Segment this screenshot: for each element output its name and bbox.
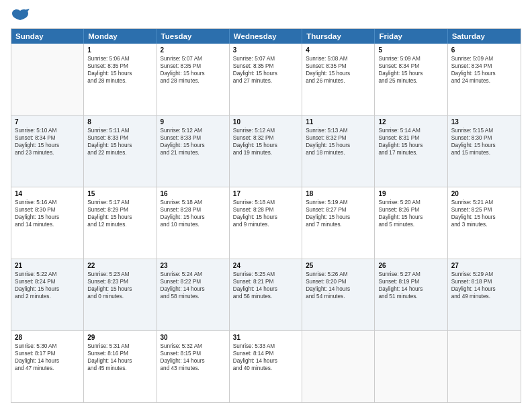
day-info-line: and 26 minutes. [306, 77, 371, 85]
day-info-line: Sunrise: 5:19 AM [306, 199, 371, 206]
calendar-day-12: 12Sunrise: 5:14 AMSunset: 8:31 PMDayligh… [375, 116, 447, 187]
day-info-line: Sunset: 8:20 PM [306, 278, 371, 285]
day-info-line: and 19 minutes. [233, 149, 298, 156]
day-number: 15 [87, 190, 152, 197]
day-info-line: and 17 minutes. [378, 149, 443, 156]
header-day-monday: Monday [84, 29, 157, 44]
day-info-line: Sunset: 8:21 PM [233, 278, 298, 285]
day-info-line: and 28 minutes. [161, 77, 226, 85]
day-info-line: Daylight: 15 hours [306, 142, 371, 149]
day-number: 21 [15, 262, 80, 269]
day-number: 30 [161, 334, 226, 341]
calendar-day-9: 9Sunrise: 5:12 AMSunset: 8:33 PMDaylight… [157, 116, 230, 187]
day-info-line: Sunset: 8:15 PM [161, 350, 226, 357]
day-number: 27 [451, 262, 517, 269]
day-info-line: Sunrise: 5:18 AM [161, 199, 226, 206]
calendar-day-21: 21Sunrise: 5:22 AMSunset: 8:24 PMDayligh… [11, 259, 84, 330]
day-info-line: Sunset: 8:18 PM [451, 278, 517, 285]
calendar-day-2: 2Sunrise: 5:07 AMSunset: 8:35 PMDaylight… [157, 44, 230, 115]
calendar-day-17: 17Sunrise: 5:18 AMSunset: 8:28 PMDayligh… [230, 187, 302, 259]
day-info-line: Sunrise: 5:30 AM [15, 342, 80, 350]
calendar-day-15: 15Sunrise: 5:17 AMSunset: 8:29 PMDayligh… [84, 187, 157, 259]
calendar-day-8: 8Sunrise: 5:11 AMSunset: 8:33 PMDaylight… [84, 116, 157, 187]
day-info-line: Sunrise: 5:17 AM [87, 199, 152, 206]
day-info-line: Sunset: 8:17 PM [15, 350, 80, 357]
day-info-line: Daylight: 15 hours [161, 142, 226, 149]
day-info-line: Daylight: 15 hours [378, 70, 443, 77]
day-number: 26 [378, 262, 443, 269]
header-day-wednesday: Wednesday [230, 29, 302, 44]
day-info-line: Daylight: 15 hours [87, 214, 152, 221]
calendar-day-1: 1Sunrise: 5:06 AMSunset: 8:35 PMDaylight… [84, 44, 157, 115]
day-info-line: Sunset: 8:33 PM [161, 134, 226, 142]
calendar-day-26: 26Sunrise: 5:27 AMSunset: 8:19 PMDayligh… [375, 259, 447, 330]
day-info-line: Sunset: 8:28 PM [161, 206, 226, 214]
day-info-line: and 58 minutes. [161, 293, 226, 300]
day-info-line: Sunrise: 5:15 AM [451, 127, 517, 134]
day-info-line: and 14 minutes. [15, 221, 80, 228]
calendar-day-28: 28Sunrise: 5:30 AMSunset: 8:17 PMDayligh… [11, 331, 84, 402]
calendar-day-empty [448, 331, 521, 402]
calendar-day-10: 10Sunrise: 5:12 AMSunset: 8:32 PMDayligh… [230, 116, 302, 187]
day-info-line: and 5 minutes. [378, 221, 443, 228]
day-info-line: and 40 minutes. [233, 365, 298, 372]
day-info-line: and 51 minutes. [378, 293, 443, 300]
day-number: 7 [15, 118, 80, 126]
calendar-day-27: 27Sunrise: 5:29 AMSunset: 8:18 PMDayligh… [448, 259, 521, 330]
day-info-line: Sunset: 8:30 PM [451, 134, 517, 142]
calendar-day-empty [11, 44, 84, 115]
day-info-line: Daylight: 15 hours [15, 214, 80, 221]
day-info-line: Sunrise: 5:23 AM [87, 271, 152, 278]
day-info-line: Daylight: 15 hours [15, 142, 80, 149]
day-info-line: and 43 minutes. [161, 365, 226, 372]
day-number: 20 [451, 190, 517, 197]
calendar-day-30: 30Sunrise: 5:32 AMSunset: 8:15 PMDayligh… [157, 331, 230, 402]
calendar-day-19: 19Sunrise: 5:20 AMSunset: 8:26 PMDayligh… [375, 187, 447, 259]
day-number: 8 [87, 118, 152, 126]
day-info-line: and 21 minutes. [161, 149, 226, 156]
day-number: 29 [87, 334, 152, 341]
day-info-line: Sunrise: 5:27 AM [378, 271, 443, 278]
day-number: 1 [87, 46, 152, 54]
day-info-line: Daylight: 15 hours [233, 70, 298, 77]
day-info-line: and 47 minutes. [15, 365, 80, 372]
day-info-line: Daylight: 14 hours [233, 357, 298, 365]
header-day-thursday: Thursday [302, 29, 375, 44]
calendar-week-5: 28Sunrise: 5:30 AMSunset: 8:17 PMDayligh… [11, 331, 521, 402]
day-info-line: Daylight: 15 hours [451, 142, 517, 149]
header-day-friday: Friday [375, 29, 447, 44]
calendar-day-18: 18Sunrise: 5:19 AMSunset: 8:27 PMDayligh… [302, 187, 375, 259]
day-info-line: Sunset: 8:35 PM [87, 62, 152, 70]
calendar-day-5: 5Sunrise: 5:09 AMSunset: 8:34 PMDaylight… [375, 44, 447, 115]
day-info-line: and 45 minutes. [87, 365, 152, 372]
calendar-day-empty [375, 331, 447, 402]
day-info-line: Daylight: 15 hours [87, 285, 152, 293]
day-info-line: Sunset: 8:22 PM [161, 278, 226, 285]
day-info-line: Sunset: 8:34 PM [15, 134, 80, 142]
day-info-line: and 12 minutes. [87, 221, 152, 228]
calendar-week-2: 7Sunrise: 5:10 AMSunset: 8:34 PMDaylight… [11, 116, 521, 187]
day-info-line: and 10 minutes. [161, 221, 226, 228]
calendar-day-13: 13Sunrise: 5:15 AMSunset: 8:30 PMDayligh… [448, 116, 521, 187]
day-number: 6 [451, 46, 517, 54]
day-info-line: and 25 minutes. [378, 77, 443, 85]
day-info-line: Daylight: 15 hours [451, 70, 517, 77]
day-info-line: Daylight: 15 hours [87, 70, 152, 77]
calendar-day-16: 16Sunrise: 5:18 AMSunset: 8:28 PMDayligh… [157, 187, 230, 259]
day-info-line: Sunset: 8:34 PM [378, 62, 443, 70]
day-info-line: Sunrise: 5:29 AM [451, 271, 517, 278]
day-number: 10 [233, 118, 298, 126]
calendar-day-6: 6Sunrise: 5:09 AMSunset: 8:34 PMDaylight… [448, 44, 521, 115]
day-number: 25 [306, 262, 371, 269]
day-info-line: and 9 minutes. [233, 221, 298, 228]
day-info-line: Sunset: 8:34 PM [451, 62, 517, 70]
calendar: SundayMondayTuesdayWednesdayThursdayFrid… [11, 28, 521, 403]
day-number: 13 [451, 118, 517, 126]
page: SundayMondayTuesdayWednesdayThursdayFrid… [0, 0, 532, 411]
day-info-line: and 24 minutes. [451, 77, 517, 85]
day-info-line: Sunrise: 5:33 AM [233, 342, 298, 350]
day-info-line: Sunrise: 5:12 AM [233, 127, 298, 134]
day-info-line: Sunrise: 5:20 AM [378, 199, 443, 206]
logo-icon [11, 8, 30, 23]
day-info-line: Sunset: 8:26 PM [378, 206, 443, 214]
